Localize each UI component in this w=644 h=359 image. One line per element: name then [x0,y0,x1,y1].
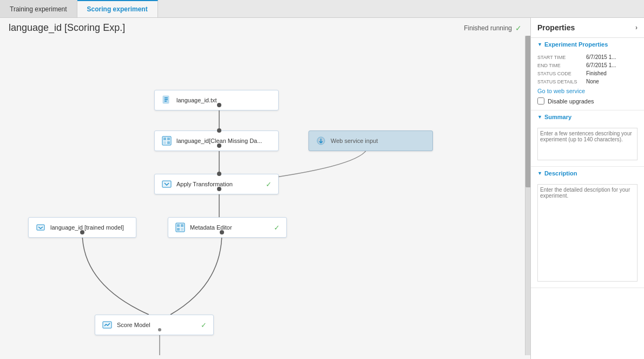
svg-rect-5 [165,97,168,99]
prop-value-end-time: 6/7/2015 1... [586,62,616,68]
properties-header: Properties › [531,18,644,38]
page-title: language_id [Scoring Exp.] [9,22,125,34]
connections-svg [0,36,530,355]
main-layout: language_id [Scoring Exp.] Finished runn… [0,18,644,359]
go-to-web-service-link[interactable]: Go to web service [531,86,644,96]
tab-scoring[interactable]: Scoring experiment [77,0,158,17]
properties-panel: Properties › ▼ Experiment Properties STA… [530,18,644,359]
tab-training[interactable]: Training experiment [0,0,77,17]
prop-value-status-code: Finished [586,70,607,76]
section-summary: ▼ Summary [531,110,644,167]
node-label-apply-transformation: Apply Transformation [176,181,233,187]
node-icon-metadata-editor [175,222,186,233]
node-clean-missing[interactable]: language_id[Clean Missing Da... [154,130,279,151]
section-header-experiment-properties[interactable]: ▼ Experiment Properties [531,38,644,51]
section-header-description[interactable]: ▼ Description [531,167,644,180]
node-icon-clean-missing [161,135,172,146]
disable-upgrades-checkbox[interactable] [537,97,544,105]
node-icon-apply-transformation [161,179,172,190]
svg-rect-19 [177,228,180,231]
tabs-container: Training experiment Scoring experiment [0,0,644,18]
description-textarea[interactable] [537,184,638,282]
canvas-header: language_id [Scoring Exp.] Finished runn… [0,18,530,36]
description-content [531,180,644,288]
svg-rect-20 [181,228,183,231]
prop-label-end-time: END TIME [537,62,586,68]
disable-upgrades-row: Disable upgrades [531,96,644,108]
summary-textarea[interactable] [537,128,638,160]
triangle-icon-experiment: ▼ [537,42,542,47]
node-icon-score-model [102,319,113,330]
svg-rect-6 [165,99,168,100]
node-metadata-editor[interactable]: Metadata Editor ✓ [168,217,287,238]
properties-title: Properties [537,23,575,32]
prop-value-status-details: None [586,79,599,84]
svg-rect-12 [167,141,170,144]
prop-row-status-code: STATUS CODE Finished [531,69,644,77]
section-label-summary: Summary [544,114,571,120]
section-label-experiment-properties: Experiment Properties [544,41,608,48]
prop-row-end-time: END TIME 6/7/2015 1... [531,61,644,69]
disable-upgrades-label: Disable upgrades [548,98,594,105]
summary-content [531,123,644,166]
node-apply-transformation[interactable]: Apply Transformation ✓ [154,174,279,194]
prop-row-start-time: START TIME 6/7/2015 1... [531,53,644,61]
node-icon-language-txt [161,95,172,106]
conn-dot-3 [217,143,221,148]
triangle-icon-description: ▼ [537,171,542,176]
conn-dot-5 [217,187,221,191]
svg-rect-9 [163,138,166,140]
prop-label-status-code: STATUS CODE [537,70,586,76]
section-experiment-properties: ▼ Experiment Properties START TIME 6/7/2… [531,38,644,110]
conn-dot-2 [217,128,221,133]
svg-rect-17 [177,224,180,227]
node-language-txt[interactable]: language_id.txt [154,90,279,110]
section-label-description: Description [544,170,577,177]
node-icon-web-service-input [316,135,326,146]
collapse-button[interactable]: › [635,24,638,31]
node-check-score-model: ✓ [201,321,207,329]
svg-rect-14 [162,181,171,187]
prop-row-status-details: STATUS DETAILS None [531,77,644,86]
prop-label-status-details: STATUS DETAILS [537,79,586,84]
conn-dot-7 [220,230,224,234]
node-trained-model[interactable]: language_id [trained model] [28,217,136,238]
svg-rect-18 [181,224,183,227]
status-text: Finished running [464,24,512,32]
scrollbar-thumb[interactable] [525,36,530,187]
node-icon-trained-model [35,222,46,233]
scrollbar-right[interactable] [525,36,530,355]
node-label-web-service-input: Web service input [331,138,378,144]
status-check-icon: ✓ [515,24,522,32]
svg-rect-7 [165,101,167,102]
experiment-properties-content: START TIME 6/7/2015 1... END TIME 6/7/20… [531,51,644,110]
prop-label-start-time: START TIME [537,54,586,60]
node-score-model[interactable]: Score Model ✓ [95,315,214,335]
section-header-summary[interactable]: ▼ Summary [531,110,644,123]
conn-dot-6 [80,230,84,234]
conn-dot-1 [217,103,221,107]
triangle-icon-summary: ▼ [537,114,542,120]
node-check-apply-transformation: ✓ [266,180,272,188]
prop-value-start-time: 6/7/2015 1... [586,54,616,60]
node-check-metadata-editor: ✓ [274,224,280,232]
node-label-language-txt: language_id.txt [176,97,217,103]
section-description: ▼ Description [531,167,644,288]
node-label-trained-model: language_id [trained model] [50,224,124,231]
status-bar: Finished running ✓ [464,24,522,32]
node-label-score-model: Score Model [117,322,150,328]
svg-rect-10 [167,138,170,140]
canvas-scroll-area[interactable]: language_id.txt language_id[Clean Missin… [0,36,530,355]
conn-dot-8 [157,327,162,332]
conn-dot-4 [217,172,221,176]
node-web-service-input[interactable]: Web service input [308,130,433,151]
svg-rect-11 [163,141,166,144]
svg-rect-15 [37,225,44,230]
node-label-metadata-editor: Metadata Editor [190,224,232,231]
canvas-area[interactable]: language_id [Scoring Exp.] Finished runn… [0,18,530,359]
